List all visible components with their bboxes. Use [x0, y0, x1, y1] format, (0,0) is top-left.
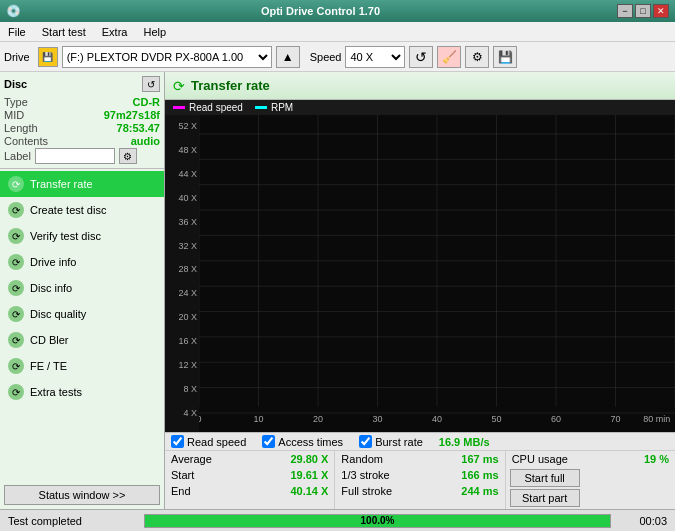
- sidebar-item-drive-info[interactable]: ⟳ Drive info: [0, 249, 164, 275]
- titlebar-controls: − □ ✕: [617, 4, 669, 18]
- drive-selector[interactable]: (F:) PLEXTOR DVDR PX-800A 1.00: [62, 46, 272, 68]
- sidebar-item-label-create-test: Create test disc: [30, 204, 106, 216]
- stats-cpu-row: CPU usage 19 %: [506, 451, 675, 467]
- menu-help[interactable]: Help: [135, 24, 174, 40]
- disc-label-input[interactable]: [35, 148, 115, 164]
- speed-selector[interactable]: 40 X: [345, 46, 405, 68]
- status-text: Test completed: [0, 515, 140, 527]
- menu-extra[interactable]: Extra: [94, 24, 136, 40]
- sidebar-item-extra-tests[interactable]: ⟳ Extra tests: [0, 379, 164, 405]
- menu-file[interactable]: File: [0, 24, 34, 40]
- x-label-40: 40: [432, 414, 442, 424]
- eject-button[interactable]: ▲: [276, 46, 300, 68]
- refresh-button[interactable]: ↺: [409, 46, 433, 68]
- extra-tests-icon: ⟳: [8, 384, 24, 400]
- x-label-70: 70: [610, 414, 620, 424]
- disc-info-icon: ⟳: [8, 280, 24, 296]
- fullstroke-label: Full stroke: [341, 485, 392, 497]
- progress-label: 100.0%: [145, 515, 610, 527]
- sidebar-menu: ⟳ Transfer rate ⟳ Create test disc ⟳ Ver…: [0, 169, 164, 481]
- minimize-button[interactable]: −: [617, 4, 633, 18]
- stats-middle: Random 167 ms 1/3 stroke 166 ms Full str…: [334, 451, 505, 509]
- progress-bar-container: 100.0%: [144, 514, 611, 528]
- x-label-0: 0: [199, 414, 202, 424]
- disc-label-edit-button[interactable]: ⚙: [119, 148, 137, 164]
- titlebar: 💿 Opti Drive Control 1.70 − □ ✕: [0, 0, 675, 22]
- stats-area: Read speed Access times Burst rate 16.9 …: [165, 432, 675, 509]
- y-label-44: 44 X: [178, 169, 197, 179]
- start-label: Start: [171, 469, 194, 481]
- sidebar-item-label-transfer-rate: Transfer rate: [30, 178, 93, 190]
- window-title: Opti Drive Control 1.70: [24, 5, 617, 17]
- toolbar: Drive 💾 (F:) PLEXTOR DVDR PX-800A 1.00 ▲…: [0, 42, 675, 72]
- y-label-40: 40 X: [178, 193, 197, 203]
- speed-label: Speed: [310, 51, 342, 63]
- sidebar-item-fe-te[interactable]: ⟳ FE / TE: [0, 353, 164, 379]
- chart-title: Transfer rate: [191, 78, 270, 93]
- start-full-button[interactable]: Start full: [510, 469, 580, 487]
- read-speed-check-label: Read speed: [171, 435, 246, 448]
- chart-legend: Read speed RPM: [165, 100, 675, 115]
- sidebar-item-label-disc-info: Disc info: [30, 282, 72, 294]
- legend-rpm-label: RPM: [271, 102, 293, 113]
- disc-type-label: Type: [4, 96, 28, 108]
- y-label-48: 48 X: [178, 145, 197, 155]
- menu-starttest[interactable]: Start test: [34, 24, 94, 40]
- stroke13-label: 1/3 stroke: [341, 469, 389, 481]
- sidebar-item-verify-test-disc[interactable]: ⟳ Verify test disc: [0, 223, 164, 249]
- sidebar-item-label-cd-bler: CD Bler: [30, 334, 69, 346]
- drive-label: Drive: [4, 51, 30, 63]
- sidebar-item-disc-quality[interactable]: ⟳ Disc quality: [0, 301, 164, 327]
- verify-test-disc-icon: ⟳: [8, 228, 24, 244]
- stats-fullstroke-row: Full stroke 244 ms: [335, 483, 504, 499]
- fe-te-icon: ⟳: [8, 358, 24, 374]
- burst-rate-check-label: Burst rate: [359, 435, 423, 448]
- x-label-10: 10: [253, 414, 263, 424]
- time-display: 00:03: [615, 515, 675, 527]
- chart-svg: 0 10 20 30 40 50 60 70 80 min: [199, 115, 675, 432]
- stroke13-value: 166 ms: [461, 469, 498, 481]
- sidebar-item-cd-bler[interactable]: ⟳ CD Bler: [0, 327, 164, 353]
- main-area: Disc ↺ Type CD-R MID 97m27s18f Length 78…: [0, 72, 675, 509]
- legend-read-speed-color: [173, 106, 185, 109]
- content-area: ⟳ Transfer rate Read speed RPM 52 X: [165, 72, 675, 509]
- sidebar-item-label-drive-info: Drive info: [30, 256, 76, 268]
- sidebar-item-disc-info[interactable]: ⟳ Disc info: [0, 275, 164, 301]
- save-button[interactable]: 💾: [493, 46, 517, 68]
- legend-rpm-color: [255, 106, 267, 109]
- disc-mid-value: 97m27s18f: [104, 109, 160, 121]
- disc-section: Disc ↺ Type CD-R MID 97m27s18f Length 78…: [0, 72, 164, 169]
- y-label-32: 32 X: [178, 241, 197, 251]
- erase-button[interactable]: 🧹: [437, 46, 461, 68]
- close-button[interactable]: ✕: [653, 4, 669, 18]
- burst-rate-check-text: Burst rate: [375, 436, 423, 448]
- y-label-36: 36 X: [178, 217, 197, 227]
- sidebar-item-label-verify-test: Verify test disc: [30, 230, 101, 242]
- y-label-24: 24 X: [178, 288, 197, 298]
- access-times-checkbox[interactable]: [262, 435, 275, 448]
- y-label-28: 28 X: [178, 264, 197, 274]
- y-label-12: 12 X: [178, 360, 197, 370]
- settings-button[interactable]: ⚙: [465, 46, 489, 68]
- random-value: 167 ms: [461, 453, 498, 465]
- disc-refresh-button[interactable]: ↺: [142, 76, 160, 92]
- sidebar-item-transfer-rate[interactable]: ⟳ Transfer rate: [0, 171, 164, 197]
- chart-header: ⟳ Transfer rate: [165, 72, 675, 100]
- start-value: 19.61 X: [290, 469, 328, 481]
- access-times-check-label: Access times: [262, 435, 343, 448]
- end-label: End: [171, 485, 191, 497]
- cpu-value: 19 %: [644, 453, 669, 465]
- app-icon: 💿: [6, 4, 20, 18]
- status-window-button[interactable]: Status window >>: [4, 485, 160, 505]
- stats-data-row: Average 29.80 X Start 19.61 X End 40.14 …: [165, 451, 675, 509]
- drive-info-icon: ⟳: [8, 254, 24, 270]
- y-label-52: 52 X: [178, 121, 197, 131]
- maximize-button[interactable]: □: [635, 4, 651, 18]
- burst-rate-checkbox[interactable]: [359, 435, 372, 448]
- read-speed-checkbox[interactable]: [171, 435, 184, 448]
- menubar: File Start test Extra Help: [0, 22, 675, 42]
- x-label-50: 50: [491, 414, 501, 424]
- sidebar-item-create-test-disc[interactable]: ⟳ Create test disc: [0, 197, 164, 223]
- legend-rpm: RPM: [255, 102, 293, 113]
- start-part-button[interactable]: Start part: [510, 489, 580, 507]
